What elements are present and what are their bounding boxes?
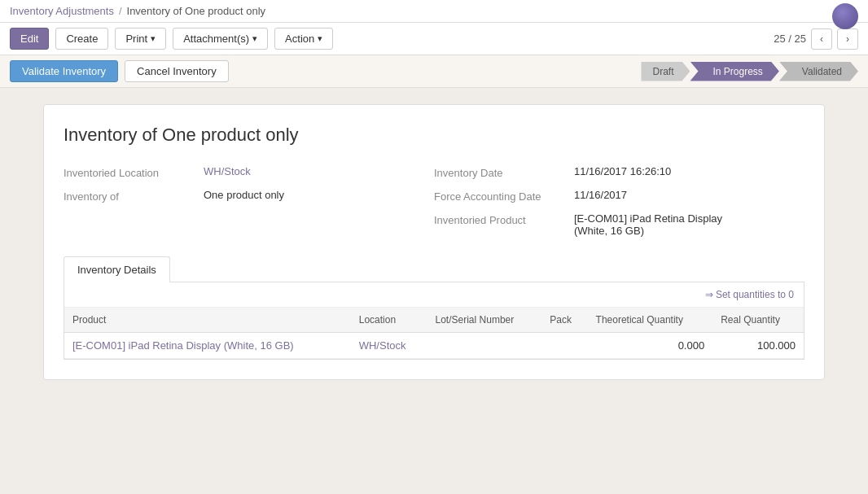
inventoried-product-label: Inventoried Product: [434, 212, 564, 226]
col-pack: Pack: [541, 308, 587, 333]
edit-button[interactable]: Edit: [10, 28, 49, 50]
create-button[interactable]: Create: [55, 28, 108, 50]
table-row: [E-COM01] iPad Retina Display (White, 16…: [64, 333, 804, 359]
row-pack: [541, 333, 587, 359]
status-steps: Draft In Progress Validated: [641, 62, 858, 81]
toolbar: Edit Create Print Attachment(s) Action 2…: [0, 23, 868, 55]
inventory-date-label: Inventory Date: [434, 165, 564, 179]
tabs: Inventory Details: [64, 256, 804, 282]
inventory-date-row: Inventory Date 11/16/2017 16:26:10: [434, 165, 804, 179]
prev-button[interactable]: ‹: [811, 28, 832, 50]
tab-content: ⇒ Set quantities to 0 Product Location L…: [64, 282, 804, 360]
pagination-text: 25 / 25: [774, 33, 806, 45]
force-accounting-date-row: Force Accounting Date 11/16/2017: [434, 189, 804, 203]
breadcrumb-link[interactable]: Inventory Adjustments: [10, 5, 114, 17]
breadcrumb-bar: Inventory Adjustments / Inventory of One…: [0, 0, 868, 23]
inventory-of-label: Inventory of: [64, 189, 194, 203]
action-button[interactable]: Action: [274, 28, 333, 50]
row-lot-serial: [427, 333, 542, 359]
set-quantities-bar: ⇒ Set quantities to 0: [64, 282, 804, 308]
row-real-quantity[interactable]: 100.000: [712, 333, 804, 359]
col-theoretical-quantity: Theoretical Quantity: [588, 308, 713, 333]
main-content: Inventory of One product only Inventorie…: [27, 88, 841, 396]
inventory-date-value: 11/16/2017 16:26:10: [574, 165, 671, 177]
breadcrumb-separator: /: [119, 5, 122, 17]
print-button[interactable]: Print: [115, 28, 166, 50]
validate-inventory-button[interactable]: Validate Inventory: [10, 60, 118, 82]
inventoried-product-detail: (White, 16 GB): [574, 225, 644, 237]
attachment-button[interactable]: Attachment(s): [173, 28, 268, 50]
app-logo: [832, 3, 858, 29]
row-location[interactable]: WH/Stock: [351, 333, 427, 359]
col-location: Location: [351, 308, 427, 333]
inventory-table: Product Location Lot/Serial Number Pack …: [64, 308, 804, 359]
row-product[interactable]: [E-COM01] iPad Retina Display (White, 16…: [64, 333, 351, 359]
form-title: Inventory of One product only: [64, 125, 804, 146]
form-card: Inventory of One product only Inventorie…: [43, 104, 825, 380]
pagination-area: 25 / 25 ‹ ›: [774, 28, 858, 50]
table-header-row: Product Location Lot/Serial Number Pack …: [64, 308, 804, 333]
col-lot-serial: Lot/Serial Number: [427, 308, 542, 333]
col-product: Product: [64, 308, 351, 333]
inventoried-product-row: Inventoried Product [E-COM01] iPad Retin…: [434, 212, 804, 237]
next-button[interactable]: ›: [837, 28, 858, 50]
form-fields: Inventoried Location WH/Stock Inventory …: [64, 165, 804, 237]
col-real-quantity: Real Quantity: [712, 308, 804, 333]
inventory-of-value: One product only: [204, 189, 284, 201]
inventoried-product-value: [E-COM01] iPad Retina Display (White, 16…: [574, 212, 722, 237]
form-left: Inventoried Location WH/Stock Inventory …: [64, 165, 434, 237]
inventoried-product-link[interactable]: [E-COM01] iPad Retina Display: [574, 212, 722, 225]
action-bar: Validate Inventory Cancel Inventory Draf…: [0, 55, 868, 88]
form-right: Inventory Date 11/16/2017 16:26:10 Force…: [434, 165, 804, 237]
breadcrumb-current: Inventory of One product only: [127, 5, 266, 17]
force-accounting-date-value: 11/16/2017: [574, 189, 627, 201]
force-accounting-date-label: Force Accounting Date: [434, 189, 564, 203]
cancel-inventory-button[interactable]: Cancel Inventory: [125, 60, 229, 82]
tab-inventory-details[interactable]: Inventory Details: [64, 256, 170, 282]
status-draft: Draft: [641, 62, 690, 81]
set-quantities-link[interactable]: ⇒ Set quantities to 0: [705, 289, 794, 300]
status-validated: Validated: [779, 62, 858, 81]
inventoried-location-label: Inventoried Location: [64, 165, 194, 179]
status-in-progress: In Progress: [690, 62, 778, 81]
inventoried-location-row: Inventoried Location WH/Stock: [64, 165, 434, 179]
inventory-of-row: Inventory of One product only: [64, 189, 434, 203]
row-theoretical-quantity: 0.000: [588, 333, 713, 359]
inventoried-location-value[interactable]: WH/Stock: [204, 165, 251, 177]
